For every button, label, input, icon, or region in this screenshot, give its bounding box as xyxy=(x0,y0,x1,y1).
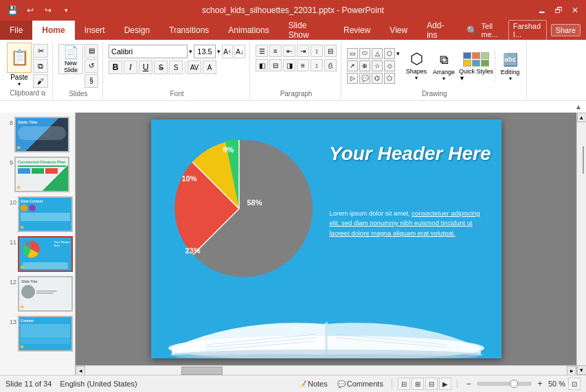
clipboard-launcher[interactable]: ⧉ xyxy=(41,90,45,97)
status-right: 📝 Notes 💬 Comments ⊟ ⊞ ⊟ ▶ − xyxy=(295,378,581,390)
cut-btn[interactable]: ✂ xyxy=(33,44,48,58)
editing-btn[interactable]: 🔤 Editing ▾ xyxy=(495,49,522,82)
ribbon-tabs: File Home Insert Design Transitions Anim… xyxy=(0,21,586,40)
dropdown-btn[interactable]: ▾ xyxy=(59,3,73,17)
align-left-btn[interactable]: ◧ xyxy=(256,59,268,71)
slide-thumb-8[interactable]: Slide Title ★ xyxy=(14,117,69,152)
h-scroll-right-btn[interactable]: ▸ xyxy=(567,366,576,376)
shape5[interactable]: ↗ xyxy=(347,60,358,71)
fit-btn[interactable]: ⊡ xyxy=(568,378,581,390)
zoom-slider[interactable] xyxy=(477,382,532,386)
font-size-dropdown[interactable]: ▾ xyxy=(217,48,221,55)
tab-design[interactable]: Design xyxy=(115,21,159,40)
strikethrough-btn[interactable]: S̶ xyxy=(154,60,168,74)
redo-btn[interactable]: ↪ xyxy=(41,3,55,17)
share-btn[interactable]: Share xyxy=(551,24,581,36)
tab-home[interactable]: Home xyxy=(32,21,74,40)
reading-view-btn[interactable]: ▶ xyxy=(439,378,451,390)
shape2[interactable]: ⬭ xyxy=(359,48,370,59)
arrange-btn[interactable]: ⧉ Arrange ▾ xyxy=(430,50,458,82)
slide-thumb-11[interactable]: Your HeaderHere ★ xyxy=(18,236,73,272)
reset-btn[interactable]: ↺ xyxy=(84,59,98,73)
tab-transitions[interactable]: Transitions xyxy=(159,21,218,40)
save-btn[interactable]: 💾 xyxy=(5,3,19,17)
shadow-btn[interactable]: S xyxy=(169,60,183,74)
shape3[interactable]: △ xyxy=(372,48,383,59)
align-right-btn[interactable]: ◨ xyxy=(283,59,295,71)
numbering-btn[interactable]: ≡ xyxy=(269,45,282,57)
shape7[interactable]: ☆ xyxy=(372,60,383,71)
tab-view[interactable]: View xyxy=(380,21,417,40)
book-illustration xyxy=(151,269,502,358)
v-scroll-down-btn[interactable]: ▾ xyxy=(577,365,587,375)
slide-item-8: 8 Slide Title ★ xyxy=(10,117,65,152)
indent-decrease-btn[interactable]: ⇤ xyxy=(283,45,295,57)
shape1[interactable]: ▭ xyxy=(347,48,358,59)
tell-me[interactable]: Tell me... xyxy=(482,22,504,38)
close-btn[interactable]: ✕ xyxy=(570,5,581,16)
zoom-in-btn[interactable]: + xyxy=(534,378,545,389)
font-family-input[interactable] xyxy=(109,45,188,58)
slide-thumb-13[interactable]: Content ★ xyxy=(18,316,73,351)
outline-view-btn[interactable]: ⊞ xyxy=(412,378,424,390)
shape12[interactable]: ⬠ xyxy=(384,73,395,84)
textdir-btn[interactable]: ↕ xyxy=(311,45,323,57)
format-painter-btn[interactable]: 🖌 xyxy=(33,74,48,88)
clipboard-content: 📋 Paste ▾ ✂ ⧉ 🖌 xyxy=(7,43,48,88)
v-scroll-up-btn[interactable]: ▴ xyxy=(577,113,587,122)
copy-btn[interactable]: ⧉ xyxy=(33,59,48,73)
slide-thumb-10[interactable]: Slide Content ★ xyxy=(18,196,73,232)
tab-animations[interactable]: Animations xyxy=(218,21,278,40)
comments-btn[interactable]: 💬 Comments xyxy=(335,378,386,389)
shapes-btn[interactable]: ⬡ Shapes ▾ xyxy=(404,50,429,81)
shape4[interactable]: ⬡ xyxy=(384,48,395,59)
section-btn[interactable]: § xyxy=(84,74,98,88)
zoom-thumb[interactable] xyxy=(510,380,518,388)
notes-btn[interactable]: 📝 Notes xyxy=(295,378,330,389)
charspacing-btn[interactable]: AV xyxy=(188,60,201,74)
maximize-btn[interactable]: 🗗 xyxy=(553,5,564,16)
italic-btn[interactable]: I xyxy=(124,60,137,74)
tab-addins[interactable]: Add-ins xyxy=(417,21,460,40)
linespace-btn[interactable]: ↕ xyxy=(311,59,323,71)
shape8[interactable]: ◇ xyxy=(384,60,395,71)
h-scroll-left-btn[interactable]: ◂ xyxy=(76,366,85,376)
bullets-btn[interactable]: ☰ xyxy=(256,45,268,57)
font-decrease-btn[interactable]: A↓ xyxy=(234,45,245,58)
zoom-out-btn[interactable]: − xyxy=(463,378,474,389)
tab-review[interactable]: Review xyxy=(334,21,380,40)
bold-btn[interactable]: B xyxy=(109,60,122,74)
tab-file[interactable]: File xyxy=(0,21,32,40)
quick-styles-btn[interactable]: Quick Styles ▼ xyxy=(459,49,493,82)
underline-btn[interactable]: U xyxy=(139,60,153,74)
tab-insert[interactable]: Insert xyxy=(75,21,115,40)
shape6[interactable]: ⊕ xyxy=(359,60,370,71)
fontcolor-btn[interactable]: A xyxy=(203,60,216,74)
font-size-input[interactable] xyxy=(194,45,216,58)
slide-layout-btn[interactable]: ▤ xyxy=(84,44,98,58)
user-name[interactable]: Farshad I... xyxy=(508,20,547,41)
font-increase-btn[interactable]: A↑ xyxy=(222,45,233,58)
smartart-btn[interactable]: ⎙ xyxy=(324,59,337,71)
shapes-more-btn[interactable]: ▾ xyxy=(396,48,400,59)
textcolumns-btn[interactable]: ⊟ xyxy=(324,45,337,57)
undo-btn[interactable]: ↩ xyxy=(23,3,37,17)
minimize-btn[interactable]: 🗕 xyxy=(537,5,548,16)
slide-thumb-12[interactable]: Slide Title ★ xyxy=(18,276,73,312)
normal-view-btn[interactable]: ⊟ xyxy=(398,378,410,390)
new-slide-btn[interactable]: 📄 NewSlide xyxy=(58,44,83,74)
align-center-btn[interactable]: ⊟ xyxy=(269,59,282,71)
v-scroll-handle[interactable] xyxy=(583,146,584,174)
paste-btn[interactable]: 📋 Paste ▾ xyxy=(7,43,32,88)
h-scroll-handle[interactable] xyxy=(181,367,223,375)
ribbon-collapse-btn[interactable]: ▲ xyxy=(575,103,582,111)
tab-slideshow[interactable]: Slide Show xyxy=(279,21,334,40)
justify-btn[interactable]: ≡ xyxy=(297,59,309,71)
shape9[interactable]: ▷ xyxy=(347,73,358,84)
indent-increase-btn[interactable]: ⇥ xyxy=(297,45,309,57)
font-family-dropdown[interactable]: ▾ xyxy=(189,48,192,55)
shape10[interactable]: 💬 xyxy=(359,73,370,84)
slide-thumb-9[interactable]: Connected Finance Plan ★ xyxy=(14,157,69,192)
slide-sorter-btn[interactable]: ⊟ xyxy=(425,378,438,390)
shape11[interactable]: ⌬ xyxy=(372,73,383,84)
